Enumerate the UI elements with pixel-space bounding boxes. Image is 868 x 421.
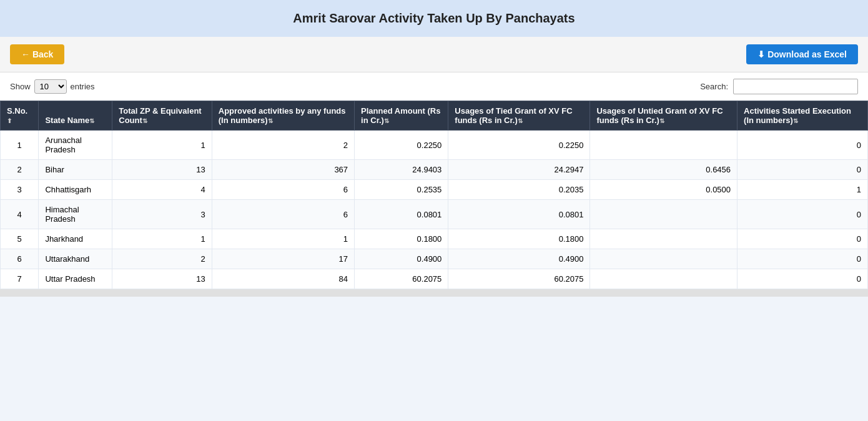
table-cell [590, 200, 737, 229]
sort-icon-zp: ⇅ [142, 117, 147, 124]
table-cell: Bihar [39, 160, 112, 180]
table-cell: 60.2075 [448, 269, 590, 289]
show-label: Show [10, 82, 31, 91]
entries-label: entries [71, 82, 95, 91]
table-cell: 0.0500 [590, 180, 737, 200]
table-cell: 0.2535 [355, 180, 448, 200]
table-cell [590, 269, 737, 289]
search-label: Search: [700, 82, 728, 91]
sort-icon-tied: ⇅ [518, 117, 523, 124]
table-cell: 3 [112, 200, 212, 229]
table-cell: 1 [212, 229, 354, 249]
table-cell: 6 [212, 180, 354, 200]
table-cell: 84 [212, 269, 354, 289]
table-cell: 1 [112, 229, 212, 249]
col-sno[interactable]: S.No. ⬆ [1, 101, 39, 131]
table-cell: 0 [737, 269, 868, 289]
table-cell: 60.2075 [355, 269, 448, 289]
table-cell: 0 [737, 229, 868, 249]
back-button[interactable]: ← Back [10, 44, 64, 64]
sort-icon-untied: ⇅ [659, 117, 664, 124]
sort-icon-planned: ⇅ [384, 117, 389, 124]
table-cell: Arunachal Pradesh [39, 131, 112, 160]
table-cell: 0.0801 [448, 200, 590, 229]
sort-icon-approved: ⇅ [268, 117, 273, 124]
table-cell [590, 131, 737, 160]
table-cell: 7 [1, 269, 39, 289]
sort-icon-sno: ⬆ [7, 117, 12, 124]
table-cell: 367 [212, 160, 354, 180]
table-cell: 1 [112, 131, 212, 160]
table-body: 1Arunachal Pradesh120.22500.225002Bihar1… [1, 131, 868, 289]
table-cell: 0 [737, 131, 868, 160]
table-cell: 6 [1, 249, 39, 269]
col-planned-amount[interactable]: Planned Amount (Rs in Cr.) ⇅ [355, 101, 448, 131]
table-cell: 0.6456 [590, 160, 737, 180]
table-cell: 0.4900 [355, 249, 448, 269]
toolbar: ← Back ⬇ Download as Excel [0, 37, 868, 72]
table-controls: Show 10 25 50 100 entries Search: [0, 72, 868, 101]
table-row: 2Bihar1336724.940324.29470.64560 [1, 160, 868, 180]
table-row: 4Himachal Pradesh360.08010.08010 [1, 200, 868, 229]
show-entries-control: Show 10 25 50 100 entries [10, 79, 95, 94]
col-approved-activities[interactable]: Approved activities by any funds (In num… [212, 101, 354, 131]
table-cell [590, 229, 737, 249]
download-excel-button[interactable]: ⬇ Download as Excel [746, 44, 858, 64]
table-cell: 13 [112, 160, 212, 180]
col-usages-tied[interactable]: Usages of Tied Grant of XV FC funds (Rs … [448, 101, 590, 131]
data-table: S.No. ⬆ State Name ⇅ Total ZP & Equivale… [0, 101, 868, 289]
table-cell: 1 [737, 180, 868, 200]
table-cell: 0.2035 [448, 180, 590, 200]
col-usages-untied[interactable]: Usages of Untied Grant of XV FC funds (R… [590, 101, 737, 131]
table-cell: 0.1800 [355, 229, 448, 249]
table-cell: Uttarakhand [39, 249, 112, 269]
entries-select[interactable]: 10 25 50 100 [34, 79, 67, 94]
table-cell: 2 [212, 131, 354, 160]
table-row: 1Arunachal Pradesh120.22500.22500 [1, 131, 868, 160]
table-cell: 24.2947 [448, 160, 590, 180]
table-cell: 1 [1, 131, 39, 160]
col-state-name[interactable]: State Name ⇅ [39, 101, 112, 131]
table-cell: Jharkhand [39, 229, 112, 249]
page-title: Amrit Sarovar Activity Taken Up By Panch… [0, 0, 868, 37]
search-area: Search: [700, 79, 858, 94]
table-cell: 0 [737, 249, 868, 269]
table-cell: Uttar Pradesh [39, 269, 112, 289]
table-cell: 17 [212, 249, 354, 269]
table-row: 3Chhattisgarh460.25350.20350.05001 [1, 180, 868, 200]
table-cell: 0 [737, 200, 868, 229]
table-cell: 4 [1, 200, 39, 229]
table-row: 5Jharkhand110.18000.18000 [1, 229, 868, 249]
table-cell: 0 [737, 160, 868, 180]
table-cell: 0.2250 [448, 131, 590, 160]
table-wrapper: S.No. ⬆ State Name ⇅ Total ZP & Equivale… [0, 101, 868, 289]
horizontal-scrollbar[interactable] [0, 289, 868, 297]
table-cell: 2 [112, 249, 212, 269]
table-row: 7Uttar Pradesh138460.207560.20750 [1, 269, 868, 289]
table-cell [590, 249, 737, 269]
table-cell: Chhattisgarh [39, 180, 112, 200]
table-cell: 0.4900 [448, 249, 590, 269]
sort-icon-started: ⇅ [793, 117, 798, 124]
table-cell: 3 [1, 180, 39, 200]
sort-icon-state: ⇅ [89, 117, 94, 124]
table-cell: Himachal Pradesh [39, 200, 112, 229]
table-cell: 13 [112, 269, 212, 289]
col-activities-started[interactable]: Activities Started Execution (In numbers… [737, 101, 868, 131]
table-cell: 5 [1, 229, 39, 249]
table-cell: 0.1800 [448, 229, 590, 249]
table-cell: 6 [212, 200, 354, 229]
table-row: 6Uttarakhand2170.49000.49000 [1, 249, 868, 269]
table-cell: 24.9403 [355, 160, 448, 180]
table-cell: 4 [112, 180, 212, 200]
table-cell: 0.0801 [355, 200, 448, 229]
col-total-zp[interactable]: Total ZP & Equivalent Count ⇅ [112, 101, 212, 131]
search-input[interactable] [733, 79, 858, 94]
table-header-row: S.No. ⬆ State Name ⇅ Total ZP & Equivale… [1, 101, 868, 131]
table-cell: 0.2250 [355, 131, 448, 160]
table-cell: 2 [1, 160, 39, 180]
